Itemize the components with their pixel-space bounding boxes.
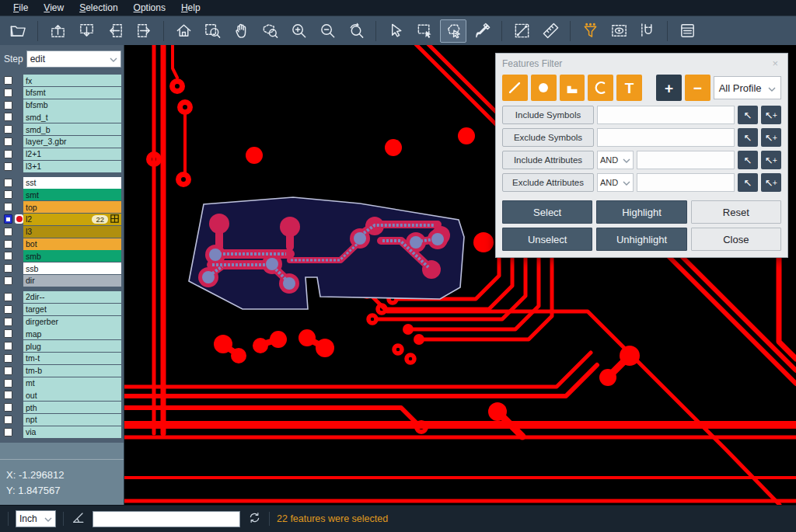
layer-row-pth[interactable]: pth — [0, 402, 124, 413]
select-cursor-button[interactable] — [382, 19, 409, 43]
layer-color-bar[interactable]: smb — [23, 250, 121, 262]
layer-checkbox[interactable] — [4, 367, 12, 375]
layer-row-tm-t[interactable]: tm-t — [0, 353, 124, 364]
layer-checkbox[interactable] — [4, 252, 12, 260]
layer-row-via[interactable]: via — [0, 426, 124, 438]
layer-checkbox[interactable] — [4, 214, 12, 224]
feature-line-button[interactable] — [502, 75, 528, 101]
add-button[interactable]: + — [656, 75, 682, 101]
layer-row-l2-1[interactable]: l2+1 — [0, 148, 124, 160]
layer-checkbox[interactable] — [4, 276, 12, 285]
pan-right-button[interactable] — [131, 19, 157, 43]
layer-color-bar[interactable]: plug — [23, 340, 121, 352]
open-folder-button[interactable] — [5, 19, 31, 43]
layer-color-bar[interactable]: l222 — [23, 214, 121, 225]
pick-arrow-add-button[interactable]: ↖+ — [761, 151, 781, 169]
include-attributes-button[interactable]: Include Attributes — [502, 151, 594, 169]
layer-checkbox[interactable] — [4, 305, 12, 314]
layer-color-bar[interactable]: sst — [23, 177, 121, 189]
and-or-select[interactable]: AND — [597, 173, 634, 192]
exclude-attributes-button[interactable]: Exclude Attributes — [502, 173, 594, 192]
layer-color-bar[interactable]: bfsmb — [23, 99, 121, 111]
exclude-symbols-button[interactable]: Exclude Symbols — [502, 128, 594, 147]
pan-up-button[interactable] — [44, 19, 71, 43]
layer-checkbox[interactable] — [4, 162, 12, 171]
layer-checkbox[interactable] — [4, 428, 12, 436]
layer-color-bar[interactable]: top — [23, 201, 121, 213]
pick-arrow-add-button[interactable]: ↖+ — [761, 173, 781, 192]
layer-row-bfsmt[interactable]: bfsmt — [0, 87, 124, 99]
zoom-object-button[interactable] — [257, 19, 283, 43]
zoom-out-button[interactable] — [314, 19, 340, 43]
step-select[interactable]: edit — [26, 50, 121, 68]
refresh-icon[interactable] — [247, 510, 262, 528]
feature-arc-button[interactable] — [588, 75, 613, 101]
layer-row-smt[interactable]: smt — [0, 189, 124, 200]
layer-color-bar[interactable]: npt — [23, 414, 121, 426]
include-attributes-input[interactable] — [637, 151, 735, 169]
layer-checkbox[interactable] — [4, 113, 12, 121]
layer-checkbox[interactable] — [4, 137, 12, 146]
layer-checkbox[interactable] — [4, 342, 12, 350]
layer-row-l2[interactable]: l222 — [0, 214, 124, 225]
unhighlight-button[interactable]: Unhighlight — [596, 228, 686, 251]
pick-arrow-add-button[interactable]: ↖+ — [761, 106, 781, 124]
layer-color-bar[interactable]: dir — [23, 275, 121, 287]
layer-color-bar[interactable]: bot — [23, 238, 121, 250]
menu-file[interactable]: File — [6, 2, 35, 14]
layer-checkbox[interactable] — [4, 89, 12, 97]
layer-color-bar[interactable]: tm-t — [23, 353, 121, 364]
layer-color-bar[interactable]: smt — [23, 189, 121, 200]
zoom-previous-button[interactable] — [343, 19, 369, 43]
select-rect-button[interactable] — [411, 19, 438, 43]
layer-row-mt[interactable]: mt — [0, 377, 124, 389]
menu-selection[interactable]: Selection — [72, 2, 124, 14]
measure-line-button[interactable] — [508, 19, 535, 43]
exclude-symbols-input[interactable] — [597, 128, 735, 147]
layer-row-fx[interactable]: fx — [0, 75, 124, 86]
zoom-window-button[interactable] — [199, 19, 225, 43]
unit-select[interactable]: Inch — [16, 510, 56, 527]
pick-arrow-button[interactable]: ↖ — [738, 106, 758, 124]
layer-checkbox[interactable] — [4, 240, 12, 249]
layer-row-out[interactable]: out — [0, 389, 124, 401]
layer-row-smb[interactable]: smb — [0, 250, 124, 262]
exclude-attributes-input[interactable] — [637, 173, 735, 192]
measure-angle-icon[interactable] — [71, 510, 86, 528]
reset-button[interactable]: Reset — [691, 200, 781, 224]
unselect-button[interactable]: Unselect — [502, 228, 592, 251]
layer-checkbox[interactable] — [4, 76, 12, 85]
command-input[interactable] — [93, 511, 240, 527]
layer-color-bar[interactable]: target — [23, 304, 121, 315]
menu-options[interactable]: Options — [127, 2, 173, 14]
include-symbols-input[interactable] — [597, 106, 735, 124]
layer-checkbox[interactable] — [4, 391, 12, 399]
close-icon[interactable]: × — [769, 57, 781, 69]
view-options-button[interactable] — [606, 19, 632, 43]
remove-button[interactable]: − — [685, 75, 710, 101]
layer-color-bar[interactable]: ssb — [23, 263, 121, 274]
layer-checkbox[interactable] — [4, 264, 12, 273]
layer-color-bar[interactable]: bfsmt — [23, 87, 121, 99]
snap-magnet-button[interactable] — [634, 19, 661, 43]
home-view-button[interactable] — [170, 19, 197, 43]
menu-help[interactable]: Help — [174, 2, 208, 14]
pan-left-button[interactable] — [102, 19, 128, 43]
menu-view[interactable]: View — [37, 2, 71, 14]
layer-color-bar[interactable]: smd_b — [23, 123, 121, 135]
zoom-in-button[interactable] — [285, 19, 312, 43]
layer-checkbox[interactable] — [4, 190, 12, 199]
layer-row-top[interactable]: top — [0, 201, 124, 213]
report-list-button[interactable] — [674, 19, 700, 43]
layer-checkbox[interactable] — [4, 179, 12, 187]
filter-funnel-button[interactable] — [577, 19, 603, 43]
pan-down-button[interactable] — [73, 19, 100, 43]
ruler-button[interactable] — [537, 19, 564, 43]
layer-color-bar[interactable]: via — [23, 426, 121, 438]
layer-checkbox[interactable] — [4, 228, 12, 236]
layer-color-bar[interactable]: dirgerber — [23, 316, 121, 328]
pick-arrow-button[interactable]: ↖ — [738, 128, 758, 147]
layer-color-bar[interactable]: layer_3.gbr — [23, 136, 121, 148]
highlight-button[interactable]: Highlight — [596, 200, 686, 224]
select-polygon-button[interactable] — [440, 19, 466, 43]
